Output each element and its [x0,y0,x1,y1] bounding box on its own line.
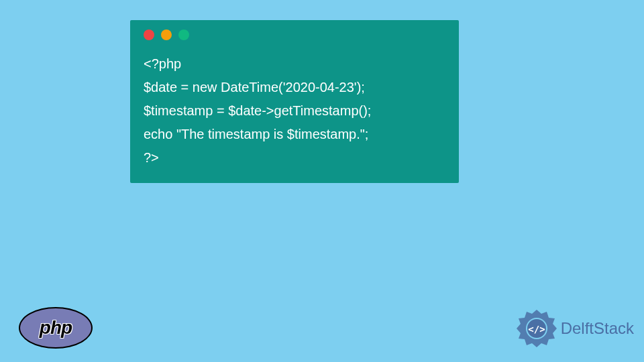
close-icon [144,29,154,40]
code-line-1: <?php [144,52,445,76]
code-content: <?php $date = new DateTime('2020-04-23')… [144,52,445,170]
delftstack-logo: </> DelftStack [517,308,634,349]
php-logo-text: php [40,317,72,339]
code-line-3: $timestamp = $date->getTimestamp(); [144,99,445,123]
code-line-5: ?> [144,146,445,170]
code-line-2: $date = new DateTime('2020-04-23'); [144,76,445,99]
delftstack-icon: </> [517,308,557,349]
maximize-icon [178,29,189,40]
code-line-4: echo "The timestamp is $timestamp."; [144,123,445,146]
php-logo: php [19,307,93,349]
window-controls [144,29,445,40]
code-window: <?php $date = new DateTime('2020-04-23')… [130,20,459,183]
delftstack-text: DelftStack [561,319,634,338]
minimize-icon [161,29,172,40]
php-logo-ellipse: php [19,307,93,349]
svg-text:</>: </> [528,324,545,335]
